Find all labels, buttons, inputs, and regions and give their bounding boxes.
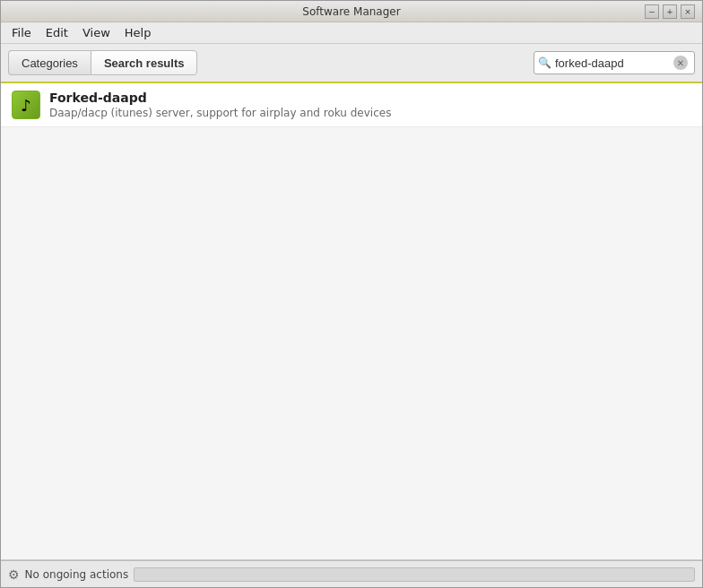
title-bar: Software Manager − + × bbox=[1, 1, 702, 22]
maximize-button[interactable]: + bbox=[663, 4, 677, 19]
close-button[interactable]: × bbox=[681, 4, 695, 19]
statusbar: ⚙ No ongoing actions bbox=[1, 560, 702, 587]
menu-edit[interactable]: Edit bbox=[39, 24, 75, 41]
search-clear-button[interactable]: ✕ bbox=[673, 56, 688, 70]
menu-help[interactable]: Help bbox=[117, 24, 159, 41]
main-window: Software Manager − + × File Edit View He… bbox=[0, 0, 703, 588]
tab-search-results[interactable]: Search results bbox=[91, 50, 198, 75]
window-controls: − + × bbox=[645, 4, 695, 19]
list-item[interactable]: ♪ Forked-daapd Daap/dacp (itunes) server… bbox=[1, 83, 702, 127]
app-icon: ♪ bbox=[12, 91, 40, 119]
search-input[interactable] bbox=[555, 56, 672, 70]
app-icon-symbol: ♪ bbox=[21, 96, 31, 115]
app-info: Forked-daapd Daap/dacp (itunes) server, … bbox=[49, 91, 391, 119]
status-text: No ongoing actions bbox=[25, 568, 129, 581]
toolbar: Categories Search results 🔍 ✕ bbox=[1, 44, 702, 83]
minimize-button[interactable]: − bbox=[645, 4, 659, 19]
app-description: Daap/dacp (itunes) server, support for a… bbox=[49, 107, 391, 119]
tab-categories[interactable]: Categories bbox=[8, 50, 91, 75]
menu-view[interactable]: View bbox=[75, 24, 117, 41]
menubar: File Edit View Help bbox=[1, 22, 702, 44]
window-title: Software Manager bbox=[302, 5, 400, 18]
app-name: Forked-daapd bbox=[49, 91, 391, 105]
search-box: 🔍 ✕ bbox=[534, 51, 695, 74]
search-icon: 🔍 bbox=[538, 56, 551, 69]
settings-icon: ⚙ bbox=[8, 567, 20, 582]
content-area: ♪ Forked-daapd Daap/dacp (itunes) server… bbox=[1, 83, 702, 560]
search-area: 🔍 ✕ bbox=[534, 51, 695, 74]
menu-file[interactable]: File bbox=[4, 24, 39, 41]
progress-bar bbox=[134, 567, 695, 582]
